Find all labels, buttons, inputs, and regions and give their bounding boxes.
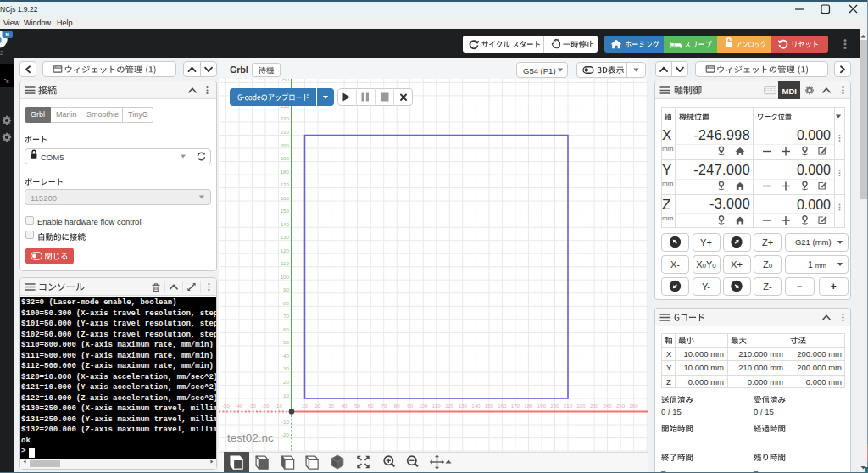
svg-text:ˇx: ˇx [4,78,9,84]
